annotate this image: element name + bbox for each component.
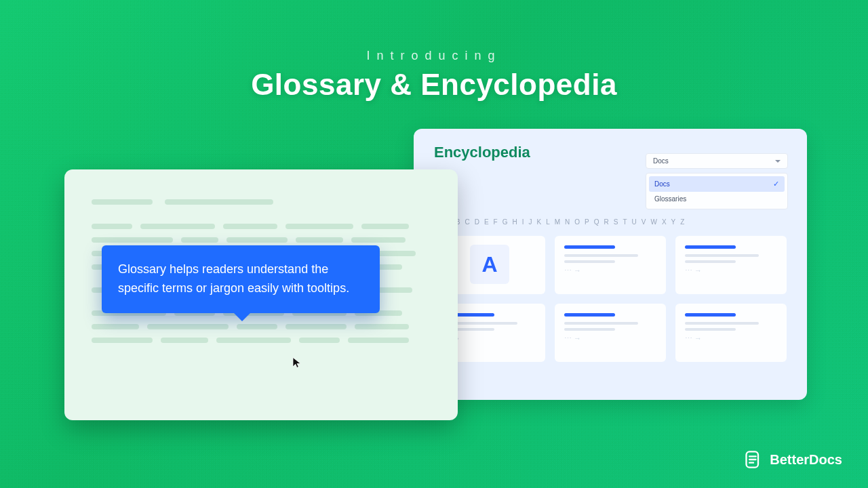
select-option-docs[interactable]: Docs ✓ bbox=[649, 176, 785, 192]
alphabet-letter[interactable]: L bbox=[546, 218, 550, 226]
alphabet-letter[interactable]: K bbox=[537, 218, 542, 226]
alphabet-letter[interactable]: O bbox=[574, 218, 580, 226]
alphabet-letter[interactable]: V bbox=[642, 218, 646, 226]
alphabet-letter[interactable]: D bbox=[475, 218, 479, 226]
alphabet-letter[interactable]: N bbox=[565, 218, 570, 226]
select-option-label: Glossaries bbox=[654, 195, 686, 203]
arrow-right-icon: ⋯ → bbox=[564, 334, 656, 343]
article-card[interactable]: ⋯ → bbox=[555, 304, 666, 362]
article-card[interactable]: ⋯ → bbox=[675, 236, 787, 294]
select-dropdown: Docs ✓ Glossaries bbox=[646, 173, 788, 209]
placeholder-line bbox=[92, 199, 153, 205]
glossary-tooltip: Glossary helps readers understand the sp… bbox=[102, 245, 380, 313]
featured-letter: A bbox=[470, 245, 509, 284]
select-value: Docs bbox=[653, 157, 669, 165]
chevron-down-icon bbox=[775, 160, 781, 163]
select-option-glossaries[interactable]: Glossaries bbox=[649, 192, 785, 206]
arrow-right-icon: ⋯ → bbox=[685, 334, 777, 343]
alphabet-letter[interactable]: G bbox=[502, 218, 508, 226]
alphabet-letter[interactable]: S bbox=[614, 218, 618, 226]
check-icon: ✓ bbox=[773, 180, 779, 188]
placeholder-line bbox=[165, 199, 273, 205]
article-card[interactable]: ⋯ → bbox=[675, 304, 787, 362]
select-button[interactable]: Docs bbox=[646, 153, 788, 169]
alphabet-letter[interactable]: I bbox=[522, 218, 524, 226]
alphabet-letter[interactable]: U bbox=[632, 218, 637, 226]
alphabet-letter[interactable]: R bbox=[604, 218, 609, 226]
arrow-right-icon: ⋯ → bbox=[685, 266, 777, 275]
brand-logo: BetterDocs bbox=[744, 450, 842, 469]
alphabet-letter[interactable]: X bbox=[662, 218, 667, 226]
alphabet-letter[interactable]: Y bbox=[671, 218, 676, 226]
encyclopedia-type-select: Docs Docs ✓ Glossaries bbox=[646, 153, 788, 209]
alphabet-letter[interactable]: M bbox=[555, 218, 560, 226]
alphabet-letter[interactable]: F bbox=[494, 218, 498, 226]
alphabet-letter[interactable]: Z bbox=[680, 218, 684, 226]
alphabet-letter[interactable]: E bbox=[484, 218, 489, 226]
arrow-right-icon: ⋯ → bbox=[564, 266, 656, 275]
cursor-icon bbox=[291, 357, 303, 369]
alphabet-filter: AllABCDEFGHIJKLMNOPQRSTUVWXYZ bbox=[434, 218, 787, 226]
alphabet-letter[interactable]: P bbox=[585, 218, 589, 226]
alphabet-letter[interactable]: J bbox=[529, 218, 532, 226]
eyebrow-text: Introducing bbox=[0, 49, 868, 63]
alphabet-letter[interactable]: H bbox=[513, 218, 517, 226]
page-title: Glossary & Encyclopedia bbox=[0, 68, 868, 102]
alphabet-letter[interactable]: C bbox=[465, 218, 469, 226]
alphabet-letter[interactable]: Q bbox=[594, 218, 599, 226]
article-card[interactable]: ⋯ → bbox=[555, 236, 666, 294]
encyclopedia-cards: A ⋯ → ⋯ → ⋯ → ⋯ → ⋯ → bbox=[434, 236, 787, 362]
brand-name: BetterDocs bbox=[770, 452, 842, 468]
encyclopedia-panel: Encyclopedia Docs Docs ✓ Glossaries AllA… bbox=[414, 129, 807, 400]
betterdocs-icon bbox=[744, 450, 763, 469]
alphabet-letter[interactable]: T bbox=[623, 218, 627, 226]
select-option-label: Docs bbox=[654, 180, 670, 188]
alphabet-letter[interactable]: W bbox=[650, 218, 656, 226]
